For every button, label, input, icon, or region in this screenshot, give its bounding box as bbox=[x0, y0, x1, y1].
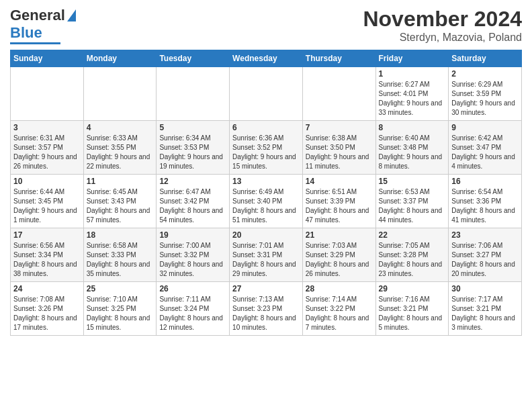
day-info: Sunrise: 7:00 AMSunset: 3:32 PMDaylight:… bbox=[159, 241, 226, 279]
day-number: 28 bbox=[306, 284, 373, 293]
day-number: 30 bbox=[451, 284, 519, 293]
table-row bbox=[302, 67, 375, 121]
table-row: 15Sunrise: 6:53 AMSunset: 3:37 PMDayligh… bbox=[375, 175, 449, 228]
day-info: Sunrise: 7:16 AMSunset: 3:21 PMDaylight:… bbox=[379, 295, 446, 332]
day-number: 25 bbox=[87, 284, 154, 293]
table-row: 7Sunrise: 6:38 AMSunset: 3:50 PMDaylight… bbox=[302, 121, 375, 175]
table-row: 12Sunrise: 6:47 AMSunset: 3:42 PMDayligh… bbox=[157, 175, 230, 228]
logo-underline bbox=[10, 42, 60, 44]
page: General Blue November 2024 Sterdyn, Mazo… bbox=[0, 0, 532, 411]
col-saturday: Saturday bbox=[449, 50, 522, 67]
day-number: 24 bbox=[13, 284, 81, 293]
table-row: 29Sunrise: 7:16 AMSunset: 3:21 PMDayligh… bbox=[375, 282, 449, 336]
day-info: Sunrise: 7:17 AMSunset: 3:21 PMDaylight:… bbox=[451, 295, 519, 332]
day-number: 9 bbox=[451, 123, 519, 132]
table-row: 3Sunrise: 6:31 AMSunset: 3:57 PMDaylight… bbox=[11, 121, 84, 175]
logo-triangle-icon bbox=[67, 9, 76, 21]
table-row bbox=[157, 67, 230, 121]
day-info: Sunrise: 6:56 AMSunset: 3:34 PMDaylight:… bbox=[13, 241, 81, 279]
table-row: 2Sunrise: 6:29 AMSunset: 3:59 PMDaylight… bbox=[449, 67, 522, 121]
table-row: 27Sunrise: 7:13 AMSunset: 3:23 PMDayligh… bbox=[230, 282, 303, 336]
day-number: 7 bbox=[306, 123, 373, 132]
day-info: Sunrise: 7:13 AMSunset: 3:23 PMDaylight:… bbox=[232, 295, 300, 332]
day-info: Sunrise: 6:53 AMSunset: 3:37 PMDaylight:… bbox=[379, 187, 446, 225]
day-number: 27 bbox=[232, 284, 300, 293]
day-number: 17 bbox=[13, 230, 81, 240]
day-info: Sunrise: 6:58 AMSunset: 3:33 PMDaylight:… bbox=[87, 241, 154, 279]
day-info: Sunrise: 7:14 AMSunset: 3:22 PMDaylight:… bbox=[306, 295, 373, 332]
table-row: 30Sunrise: 7:17 AMSunset: 3:21 PMDayligh… bbox=[449, 282, 522, 336]
col-sunday: Sunday bbox=[11, 50, 84, 67]
day-info: Sunrise: 7:05 AMSunset: 3:28 PMDaylight:… bbox=[379, 241, 446, 279]
day-info: Sunrise: 7:08 AMSunset: 3:26 PMDaylight:… bbox=[13, 295, 81, 332]
day-number: 6 bbox=[232, 123, 300, 132]
day-number: 5 bbox=[159, 123, 226, 132]
day-info: Sunrise: 7:11 AMSunset: 3:24 PMDaylight:… bbox=[159, 295, 226, 332]
table-row: 20Sunrise: 7:01 AMSunset: 3:31 PMDayligh… bbox=[230, 228, 303, 282]
day-number: 8 bbox=[379, 123, 446, 132]
table-row bbox=[83, 67, 157, 121]
table-row bbox=[230, 67, 303, 121]
day-number: 20 bbox=[232, 230, 300, 240]
day-number: 1 bbox=[379, 69, 446, 79]
day-number: 11 bbox=[87, 177, 154, 186]
day-number: 29 bbox=[379, 284, 446, 293]
day-info: Sunrise: 6:54 AMSunset: 3:36 PMDaylight:… bbox=[451, 187, 519, 225]
day-number: 14 bbox=[306, 177, 373, 186]
day-number: 12 bbox=[159, 177, 226, 186]
table-row: 1Sunrise: 6:27 AMSunset: 4:01 PMDaylight… bbox=[375, 67, 449, 121]
table-row: 26Sunrise: 7:11 AMSunset: 3:24 PMDayligh… bbox=[157, 282, 230, 336]
day-info: Sunrise: 6:47 AMSunset: 3:42 PMDaylight:… bbox=[159, 187, 226, 225]
col-thursday: Thursday bbox=[302, 50, 375, 67]
day-info: Sunrise: 6:51 AMSunset: 3:39 PMDaylight:… bbox=[306, 187, 373, 225]
day-number: 16 bbox=[451, 177, 519, 186]
table-row: 10Sunrise: 6:44 AMSunset: 3:45 PMDayligh… bbox=[11, 175, 84, 228]
table-row: 23Sunrise: 7:06 AMSunset: 3:27 PMDayligh… bbox=[449, 228, 522, 282]
col-friday: Friday bbox=[375, 50, 449, 67]
table-row: 25Sunrise: 7:10 AMSunset: 3:25 PMDayligh… bbox=[83, 282, 157, 336]
day-number: 10 bbox=[13, 177, 81, 186]
day-number: 2 bbox=[451, 69, 519, 79]
day-number: 21 bbox=[306, 230, 373, 240]
logo: General Blue bbox=[10, 7, 76, 44]
col-wednesday: Wednesday bbox=[230, 50, 303, 67]
day-number: 4 bbox=[87, 123, 154, 132]
table-row: 17Sunrise: 6:56 AMSunset: 3:34 PMDayligh… bbox=[11, 228, 84, 282]
day-info: Sunrise: 6:38 AMSunset: 3:50 PMDaylight:… bbox=[306, 134, 373, 171]
table-row bbox=[11, 67, 84, 121]
day-info: Sunrise: 6:45 AMSunset: 3:43 PMDaylight:… bbox=[87, 187, 154, 225]
table-row: 9Sunrise: 6:42 AMSunset: 3:47 PMDaylight… bbox=[449, 121, 522, 175]
day-info: Sunrise: 6:40 AMSunset: 3:48 PMDaylight:… bbox=[379, 134, 446, 171]
day-number: 15 bbox=[379, 177, 446, 186]
location-title: Sterdyn, Mazovia, Poland bbox=[363, 32, 522, 44]
day-number: 26 bbox=[159, 284, 226, 293]
day-info: Sunrise: 7:06 AMSunset: 3:27 PMDaylight:… bbox=[451, 241, 519, 279]
day-number: 22 bbox=[379, 230, 446, 240]
header: General Blue November 2024 Sterdyn, Mazo… bbox=[10, 7, 522, 44]
logo-general: General bbox=[10, 7, 65, 24]
table-row: 28Sunrise: 7:14 AMSunset: 3:22 PMDayligh… bbox=[302, 282, 375, 336]
day-number: 3 bbox=[13, 123, 81, 132]
table-row: 22Sunrise: 7:05 AMSunset: 3:28 PMDayligh… bbox=[375, 228, 449, 282]
day-info: Sunrise: 6:33 AMSunset: 3:55 PMDaylight:… bbox=[87, 134, 154, 171]
day-info: Sunrise: 7:03 AMSunset: 3:29 PMDaylight:… bbox=[306, 241, 373, 279]
table-row: 4Sunrise: 6:33 AMSunset: 3:55 PMDaylight… bbox=[83, 121, 157, 175]
title-block: November 2024 Sterdyn, Mazovia, Poland bbox=[363, 7, 522, 44]
day-info: Sunrise: 6:42 AMSunset: 3:47 PMDaylight:… bbox=[451, 134, 519, 171]
table-row: 5Sunrise: 6:34 AMSunset: 3:53 PMDaylight… bbox=[157, 121, 230, 175]
day-number: 19 bbox=[159, 230, 226, 240]
table-row: 14Sunrise: 6:51 AMSunset: 3:39 PMDayligh… bbox=[302, 175, 375, 228]
table-row: 6Sunrise: 6:36 AMSunset: 3:52 PMDaylight… bbox=[230, 121, 303, 175]
header-row: Sunday Monday Tuesday Wednesday Thursday… bbox=[11, 50, 522, 67]
calendar-table: Sunday Monday Tuesday Wednesday Thursday… bbox=[10, 50, 522, 336]
month-title: November 2024 bbox=[363, 7, 522, 32]
day-info: Sunrise: 6:34 AMSunset: 3:53 PMDaylight:… bbox=[159, 134, 226, 171]
day-number: 23 bbox=[451, 230, 519, 240]
table-row: 13Sunrise: 6:49 AMSunset: 3:40 PMDayligh… bbox=[230, 175, 303, 228]
table-row: 11Sunrise: 6:45 AMSunset: 3:43 PMDayligh… bbox=[83, 175, 157, 228]
table-row: 19Sunrise: 7:00 AMSunset: 3:32 PMDayligh… bbox=[157, 228, 230, 282]
table-row: 18Sunrise: 6:58 AMSunset: 3:33 PMDayligh… bbox=[83, 228, 157, 282]
day-info: Sunrise: 6:36 AMSunset: 3:52 PMDaylight:… bbox=[232, 134, 300, 171]
table-row: 8Sunrise: 6:40 AMSunset: 3:48 PMDaylight… bbox=[375, 121, 449, 175]
day-number: 13 bbox=[232, 177, 300, 186]
